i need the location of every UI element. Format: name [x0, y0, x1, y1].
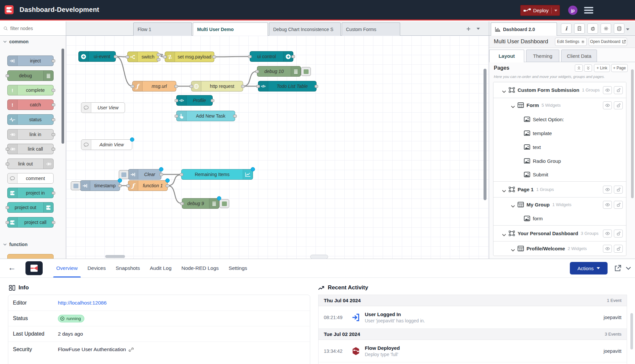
input-port[interactable]	[180, 173, 183, 176]
flow-tab-multi-user-demo[interactable]: Multi User Demo	[193, 22, 268, 36]
instance-tab-devices[interactable]: Devices	[83, 259, 111, 277]
flow-node-http-request[interactable]: http request	[191, 81, 243, 91]
flowfuse-logo-icon[interactable]	[5, 5, 14, 14]
palette-node-comment[interactable]: comment	[7, 173, 54, 184]
visibility-button[interactable]	[603, 86, 612, 94]
flow-node-todo-list-table[interactable]: </>Todo List Table	[258, 81, 317, 91]
input-port[interactable]	[190, 85, 193, 88]
tree-row-radio-group[interactable]: Radio Group	[493, 154, 626, 168]
input-port[interactable]	[163, 55, 167, 58]
input-port[interactable]	[6, 148, 9, 151]
lock-button[interactable]	[614, 101, 623, 109]
input-port[interactable]	[126, 184, 130, 187]
output-port[interactable]	[52, 221, 55, 224]
palette-node-catch[interactable]: !catch	[7, 99, 54, 110]
tree-row-custom-form-submission[interactable]: Custom Form Submission1 Groups	[493, 82, 626, 98]
flow-node-timestamp[interactable]: timestamp	[80, 180, 120, 191]
activity-scrollbar[interactable]	[630, 313, 633, 349]
debug-tab-button[interactable]	[587, 23, 598, 34]
tree-row-my-group[interactable]: My Group1 Widgets	[493, 198, 626, 212]
flow-node-profile[interactable]: </>Profile	[176, 95, 213, 106]
input-port[interactable]	[175, 99, 178, 102]
palette-node-status[interactable]: status	[7, 114, 54, 125]
dashboard-tab-layout[interactable]: Layout	[489, 50, 524, 62]
output-port[interactable]	[52, 133, 55, 136]
flow-node-debug-10[interactable]: debug 10	[257, 66, 301, 77]
tree-row-submit[interactable]: Submit	[493, 168, 626, 182]
flow-node-switch[interactable]: switch	[127, 52, 159, 62]
link-icon[interactable]	[129, 347, 134, 352]
output-port[interactable]	[114, 55, 117, 58]
chevron-down-icon[interactable]	[502, 89, 506, 91]
output-port[interactable]	[52, 59, 55, 62]
visibility-button[interactable]	[603, 230, 612, 237]
input-port[interactable]	[6, 74, 9, 77]
output-port[interactable]	[52, 103, 55, 106]
input-port[interactable]	[180, 202, 184, 205]
flow-node-ui-control[interactable]: ui control	[250, 51, 293, 62]
sidebar-tabs-caret-icon[interactable]	[626, 26, 629, 31]
flow-node-admin-view[interactable]: Admin View	[81, 139, 132, 150]
flow-tab-custom-forms[interactable]: Custom Forms	[342, 22, 400, 36]
main-menu-icon[interactable]	[584, 7, 593, 15]
output-port[interactable]	[174, 85, 178, 88]
chevron-down-icon[interactable]	[502, 188, 506, 191]
back-icon[interactable]: ←	[8, 263, 16, 272]
add-page-button[interactable]: + Page	[611, 64, 628, 72]
input-port[interactable]	[6, 163, 9, 165]
tree-row-form[interactable]: Form5 Widgets	[493, 98, 626, 112]
canvas-vertical-scrollbar[interactable]	[484, 69, 487, 200]
sidebar-scrollbar[interactable]	[631, 69, 634, 198]
flow-canvas[interactable]: ui-eventswitchset msg.payloadui controld…	[66, 36, 489, 259]
output-port[interactable]	[211, 99, 214, 102]
tree-row-form[interactable]: form	[493, 212, 626, 226]
config-tab-button[interactable]	[601, 23, 611, 34]
lock-button[interactable]	[614, 201, 623, 209]
lock-button[interactable]	[614, 186, 623, 194]
lock-button[interactable]	[614, 86, 623, 94]
collapse-panel-icon[interactable]	[625, 265, 632, 272]
input-port[interactable]	[131, 85, 134, 88]
flow-tab-debug-chart-inconsistence-s[interactable]: Debug Chart Inconsistence S	[269, 22, 341, 36]
panel-splitter-handle[interactable]	[310, 255, 328, 259]
palette-node-inject[interactable]: inject	[7, 55, 54, 66]
input-port[interactable]	[126, 55, 129, 58]
output-port[interactable]	[52, 118, 55, 121]
editor-link[interactable]: http://localhost:12086	[58, 300, 109, 306]
palette-node-link-in[interactable]: link in	[7, 129, 54, 140]
output-port-2[interactable]	[157, 58, 160, 61]
instance-logo-icon[interactable]	[25, 261, 43, 275]
info-tab-button[interactable]: i	[561, 23, 572, 34]
open-editor-icon[interactable]	[614, 265, 621, 272]
lock-button[interactable]	[614, 245, 623, 253]
output-port[interactable]	[159, 173, 163, 176]
flow-node-user-view[interactable]: User View	[81, 102, 125, 113]
add-flow-button[interactable]	[464, 25, 472, 33]
instance-tab-node-red-logs[interactable]: Node-RED Logs	[177, 259, 224, 277]
add-link-button[interactable]: + Link	[594, 64, 610, 72]
sidebar-tab-dashboard[interactable]: Dashboard 2.0	[491, 22, 557, 36]
output-port[interactable]	[233, 115, 237, 118]
lock-button[interactable]	[614, 230, 623, 237]
flow-node-msg-url[interactable]: ƒmsg.url	[132, 81, 176, 91]
chevron-down-icon[interactable]	[511, 104, 515, 107]
palette-node-project-in[interactable]: project in	[7, 188, 54, 198]
palette-node-complete[interactable]: !complete	[7, 85, 54, 95]
palette-node-project-out[interactable]: project out	[7, 202, 54, 213]
tree-row-page-1[interactable]: Page 11 Groups	[493, 182, 626, 198]
input-port[interactable]	[248, 55, 252, 58]
tree-row-text[interactable]: text	[493, 140, 626, 154]
input-port[interactable]	[255, 70, 259, 73]
palette-scrollbar[interactable]	[62, 49, 64, 144]
flow-node-function-1[interactable]: ƒfunction 1	[128, 180, 168, 191]
palette-category-common[interactable]: common	[3, 39, 28, 44]
flow-node-ui-event[interactable]: ui-event	[78, 51, 116, 62]
palette-node-debug[interactable]: debug	[7, 70, 54, 81]
instance-tab-snapshots[interactable]: Snapshots	[111, 259, 145, 277]
output-port[interactable]	[212, 55, 216, 58]
deploy-caret-icon[interactable]	[551, 8, 557, 14]
output-port[interactable]	[166, 184, 169, 187]
input-port[interactable]	[6, 221, 9, 224]
output-port[interactable]	[52, 192, 55, 195]
palette-filter-input[interactable]	[10, 26, 50, 31]
